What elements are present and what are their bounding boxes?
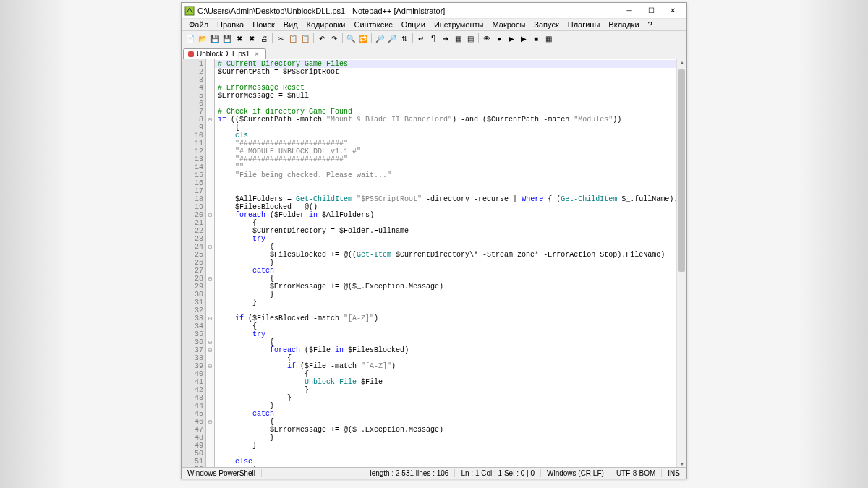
play-m-button[interactable]: ▶: [518, 33, 529, 44]
menu-item-макросы[interactable]: Макросы: [488, 20, 529, 30]
undo-button[interactable]: ↶: [316, 33, 328, 44]
menubar: ФайлПравкаПоискВидКодировкиСинтаксисОпци…: [182, 19, 686, 31]
menu-item-плагины[interactable]: Плагины: [563, 20, 605, 30]
save-button[interactable]: 💾: [209, 33, 221, 44]
rec-button[interactable]: ●: [493, 33, 505, 44]
close-button[interactable]: ✖: [234, 33, 245, 44]
menu-item-файл[interactable]: Файл: [184, 20, 213, 30]
scroll-down-icon[interactable]: ▾: [677, 461, 686, 467]
wrap-button[interactable]: ↵: [415, 33, 427, 44]
unfold-button[interactable]: ▤: [464, 33, 476, 44]
menu-item-кодировки[interactable]: Кодировки: [302, 20, 350, 30]
toolbar-separator: [371, 33, 372, 43]
toolbar: 📄📂💾💾✖✖🖨✂📋📋↶↷🔍🔁🔎🔎⇅↵¶➔▦▤👁●▶▶■▦: [182, 31, 686, 46]
code-editor[interactable]: # Current Directory Game Files $CurrentP…: [215, 59, 676, 467]
menu-item-?[interactable]: ?: [644, 20, 657, 30]
hide-button[interactable]: 👁: [481, 33, 493, 44]
editor-area: 1234567891011121314151617181920212223242…: [182, 59, 686, 467]
minimize-button[interactable]: ─: [618, 4, 640, 17]
status-language: Windows PowerShell: [182, 469, 262, 477]
titlebar: C:\Users\Admin\Desktop\UnblockDLL.ps1 - …: [182, 3, 686, 19]
toolbar-separator: [313, 33, 314, 43]
stop-button[interactable]: ■: [530, 33, 542, 44]
status-length: length : 2 531 lines : 106: [364, 469, 455, 477]
menu-item-инструменты[interactable]: Инструменты: [430, 20, 488, 30]
tab-label: UnblockDLL.ps1: [197, 50, 250, 58]
all-chars-button[interactable]: ¶: [427, 33, 439, 44]
toolbar-separator: [272, 33, 273, 43]
play-button[interactable]: ▶: [506, 33, 517, 44]
menu-item-поиск[interactable]: Поиск: [248, 20, 278, 30]
toolbar-separator: [412, 33, 413, 43]
paste-button[interactable]: 📋: [299, 33, 311, 44]
window-title: C:\Users\Admin\Desktop\UnblockDLL.ps1 - …: [197, 7, 618, 15]
redo-button[interactable]: ↷: [328, 33, 340, 44]
scroll-up-icon[interactable]: ▴: [677, 59, 686, 66]
copy-button[interactable]: 📋: [287, 33, 299, 44]
status-eol: Windows (CR LF): [541, 469, 610, 477]
indent-button[interactable]: ➔: [440, 33, 451, 44]
menu-item-запуск[interactable]: Запуск: [529, 20, 563, 30]
fold-column[interactable]: ⊟│││││││││││⊟│││⊟│││⊟││││⊟││⊟⊟│⊟││││││⊟│…: [206, 59, 215, 467]
toolbar-separator: [342, 33, 343, 43]
fold-button[interactable]: ▦: [452, 33, 464, 44]
status-encoding: UTF-8-BOM: [610, 469, 662, 477]
line-number-gutter: 1234567891011121314151617181920212223242…: [182, 59, 206, 467]
find-button[interactable]: 🔍: [345, 33, 357, 44]
menu-item-опции[interactable]: Опции: [397, 20, 430, 30]
vertical-scrollbar[interactable]: ▴ ▾: [676, 59, 686, 467]
menu-item-вид[interactable]: Вид: [279, 20, 302, 30]
replace-button[interactable]: 🔁: [357, 33, 369, 44]
tab-file[interactable]: UnblockDLL.ps1 ✕: [183, 48, 266, 59]
scrollbar-thumb[interactable]: [678, 69, 685, 272]
save-all-button[interactable]: 💾: [221, 33, 233, 44]
close-button[interactable]: ✕: [662, 4, 684, 17]
app-window: C:\Users\Admin\Desktop\UnblockDLL.ps1 - …: [181, 2, 687, 479]
window-buttons: ─ ☐ ✕: [618, 4, 684, 17]
zoom-in-button[interactable]: 🔎: [374, 33, 386, 44]
tab-dirty-icon: [188, 51, 194, 57]
print-button[interactable]: 🖨: [258, 33, 270, 44]
maximize-button[interactable]: ☐: [640, 4, 662, 17]
menu-item-вкладки[interactable]: Вкладки: [604, 20, 643, 30]
tab-close-icon[interactable]: ✕: [254, 51, 260, 58]
zoom-out-button[interactable]: 🔎: [386, 33, 398, 44]
app-icon: [184, 6, 195, 16]
new-button[interactable]: 📄: [184, 33, 196, 44]
close-all-button[interactable]: ✖: [246, 33, 258, 44]
status-position: Ln : 1 Col : 1 Sel : 0 | 0: [455, 469, 541, 477]
macro-button[interactable]: ▦: [542, 33, 554, 44]
menu-item-синтаксис[interactable]: Синтаксис: [350, 20, 397, 30]
sync-button[interactable]: ⇅: [399, 33, 410, 44]
tabbar: UnblockDLL.ps1 ✕: [182, 46, 686, 59]
status-insert-mode: INS: [662, 469, 686, 477]
open-button[interactable]: 📂: [197, 33, 208, 44]
statusbar: Windows PowerShell length : 2 531 lines …: [182, 467, 686, 479]
toolbar-separator: [478, 33, 479, 43]
menu-item-правка[interactable]: Правка: [213, 20, 248, 30]
cut-button[interactable]: ✂: [275, 33, 286, 44]
